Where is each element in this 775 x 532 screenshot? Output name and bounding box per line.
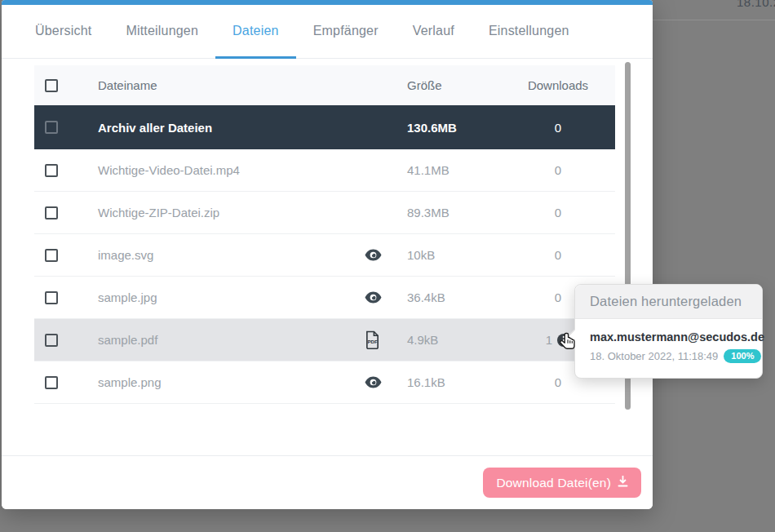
tab-uebersicht[interactable]: Übersicht [18,5,108,59]
download-count: 1 [546,333,552,347]
file-name: sample.pdf [98,333,365,347]
file-name: Wichtige-Video-Datei.mp4 [98,163,365,177]
tab-bar: Übersicht Mitteilungen Dateien Empfänger… [2,5,653,59]
file-size: 10kB [407,248,501,262]
preview-eye-icon[interactable] [365,291,407,304]
download-icon [618,476,628,490]
background-page-divider [653,20,775,20]
row-checkbox[interactable] [45,164,58,177]
row-checkbox[interactable] [45,206,58,219]
download-count: 0 [501,163,615,177]
preview-eye-icon[interactable] [365,376,407,388]
tab-empfaenger[interactable]: Empfänger [296,5,396,59]
column-header-dateiname: Dateiname [98,78,365,92]
download-count: 0 [501,206,615,219]
file-size: 41.1MB [407,163,501,177]
svg-text:PDF: PDF [367,339,378,344]
row-checkbox[interactable] [45,121,58,134]
table-row[interactable]: Wichtige-ZIP-Datei.zip 89.3MB 0 [34,192,615,234]
file-name: image.svg [98,248,365,262]
table-row-sample-pdf[interactable]: sample.pdf PDF 4.9kB 1 [34,319,615,361]
background-page-date: 18.10.2 [737,0,775,9]
row-checkbox[interactable] [45,249,58,262]
table-row[interactable]: sample.png 16.1kB 0 [34,361,615,404]
hand-cursor-icon [557,331,579,353]
table-row[interactable]: sample.jpg 36.4kB 0 [34,277,615,319]
modal-footer: Download Datei(en) [2,455,653,509]
table-header-row: Dateiname Größe Downloads [34,65,615,105]
tab-mitteilungen[interactable]: Mitteilungen [108,5,215,59]
preview-eye-icon[interactable] [365,249,407,261]
file-name: Wichtige-ZIP-Datei.zip [98,206,365,219]
row-checkbox[interactable] [45,334,58,347]
tab-verlauf[interactable]: Verlauf [396,5,472,59]
download-button-label: Download Datei(en) [496,476,611,490]
file-size: 130.6MB [407,121,501,135]
table-row[interactable]: image.svg 10kB 0 [34,234,615,277]
file-name: Archiv aller Dateien [98,121,365,135]
download-count: 0 [501,248,615,262]
download-timestamp: 18. Oktober 2022, 11:18:49 [590,350,718,362]
column-header-downloads: Downloads [501,78,615,92]
file-size: 89.3MB [407,206,501,219]
downloader-email: max.mustermann@secudos.de [590,330,747,344]
download-count: 0 [501,121,615,135]
file-share-modal: Übersicht Mitteilungen Dateien Empfänger… [2,0,653,509]
file-table: Dateiname Größe Downloads Archiv aller D… [34,65,615,404]
file-size: 36.4kB [407,290,501,304]
progress-badge: 100% [724,349,761,363]
file-name: sample.png [98,375,365,389]
select-all-checkbox[interactable] [45,79,58,92]
file-name: sample.jpg [98,290,365,304]
table-row-archive[interactable]: Archiv aller Dateien 130.6MB 0 [34,105,615,149]
file-size: 16.1kB [407,375,501,389]
download-files-button[interactable]: Download Datei(en) [483,468,641,498]
download-info-tooltip: Dateien heruntergeladen max.mustermann@s… [574,284,763,379]
pdf-file-icon: PDF [365,330,407,349]
tooltip-title: Dateien heruntergeladen [575,285,762,319]
row-checkbox[interactable] [45,291,58,304]
tab-dateien[interactable]: Dateien [215,5,296,59]
row-checkbox[interactable] [45,376,58,389]
table-row[interactable]: Wichtige-Video-Datei.mp4 41.1MB 0 [34,149,615,192]
column-header-groesse: Größe [407,78,501,92]
file-size: 4.9kB [407,333,501,347]
tab-einstellungen[interactable]: Einstellungen [472,5,587,59]
